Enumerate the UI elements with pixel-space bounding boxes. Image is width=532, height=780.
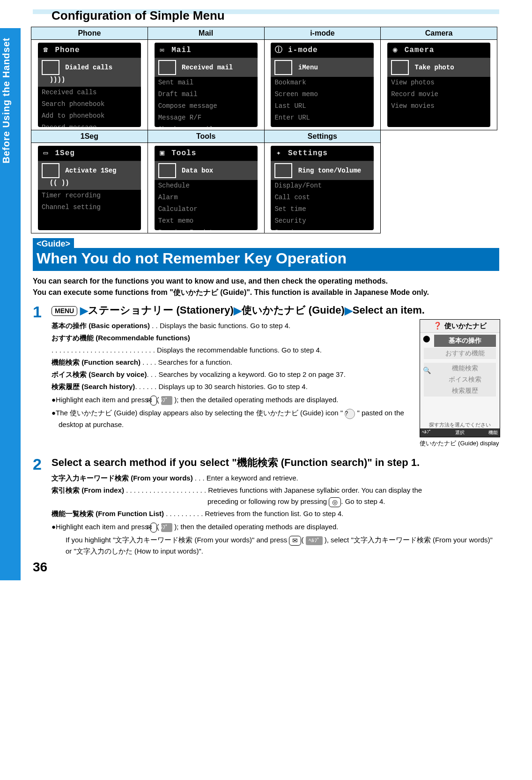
list-item: Enter URL xyxy=(271,112,374,124)
screen-1seg-highlight: Activate 1Seg xyxy=(65,167,116,174)
list-item: View movies xyxy=(387,100,490,112)
list-item: Message R/F xyxy=(155,112,258,124)
guide-desktop-icon: ? xyxy=(345,409,355,419)
hdr-mail: Mail xyxy=(148,27,264,40)
gd-soft-right: 機能 xyxy=(488,429,498,436)
side-tab-text: Before Using the Handset xyxy=(1,38,12,163)
gd-caption: 使いかたナビ (Guide) display xyxy=(420,439,499,448)
list-item: Search phonebook xyxy=(38,98,141,110)
list-item: Alarm xyxy=(155,192,258,203)
guide-tag: <Guide> xyxy=(33,238,74,250)
screen-camera-highlight: Take photo xyxy=(415,64,454,71)
gd-title: 使いかたナビ xyxy=(444,322,487,330)
list-item: Set time xyxy=(271,203,374,215)
arrow-icon: ▶ xyxy=(345,305,353,316)
list-item: View photos xyxy=(387,77,490,89)
hdr-tools: Tools xyxy=(148,130,264,143)
mail-key: ✉ xyxy=(289,536,301,546)
screen-phone: ☎ Phone Dialed calls )))) Received calls… xyxy=(38,43,141,127)
page: Before Using the Handset Configuration o… xyxy=(0,0,532,580)
mail-key: ✉ xyxy=(150,523,157,532)
arrow-icon: ▶ xyxy=(234,305,242,316)
step-2-items: 文字入力キーワード検索 (From your words) . . . Ente… xyxy=(52,472,499,519)
gd-footer: 探す方法を選んでください xyxy=(420,421,500,428)
gd-soft-left: ﾍﾙﾌﾟ xyxy=(422,429,431,436)
config-title: Configuration of Simple Menu xyxy=(52,8,499,23)
list-item: Check new mail xyxy=(155,124,258,127)
menu-key: MENU xyxy=(52,306,77,316)
mail-key: ✉ xyxy=(150,396,157,405)
cell-imode: ⓘ i-mode iMenu Bookmark Screen memo Last… xyxy=(264,40,381,130)
help-softkey: ﾍﾙﾌﾟ xyxy=(306,536,323,545)
screen-phone-highlight: Dialed calls xyxy=(65,64,112,71)
intro-line-1: You can search for the functions you wan… xyxy=(33,276,499,287)
list-item: Security xyxy=(271,215,374,227)
hdr-camera: Camera xyxy=(381,27,497,40)
hdr-settings: Settings xyxy=(264,130,381,143)
menu-grid: Phone Mail i-mode Camera ☎ Phone Dialed … xyxy=(31,27,497,233)
gd-item: 機能検索 xyxy=(424,363,496,374)
screen-settings-highlight: Ring tone/Volume xyxy=(298,167,361,174)
list-item: Last URL xyxy=(271,100,374,112)
list-item: Text memo xyxy=(155,215,258,227)
screen-mail-title: Mail xyxy=(171,46,191,54)
list-item: Timer recording xyxy=(38,190,141,202)
list-item: Channel setting xyxy=(38,202,141,213)
screen-mail: ✉ Mail Received mail Sent mail Draft mai… xyxy=(155,43,258,127)
screen-1seg-title: 1Seg xyxy=(55,149,74,158)
screen-tools-highlight: Data box xyxy=(182,167,213,174)
list-item: Call cost xyxy=(271,192,374,203)
hdr-phone: Phone xyxy=(31,27,148,40)
list-item: Service xyxy=(271,227,374,230)
cell-settings: ✦ Settings Ring tone/Volume Display/Font… xyxy=(264,143,381,233)
intro-text: You can search for the functions you wan… xyxy=(33,276,499,298)
cell-mail: ✉ Mail Received mail Sent mail Draft mai… xyxy=(148,40,264,130)
list-item: Add to phonebook xyxy=(38,110,141,122)
step-2: 2 Select a search method if you select "… xyxy=(33,456,499,559)
list-item: Received calls xyxy=(38,87,141,98)
screen-settings-title: Settings xyxy=(288,149,328,158)
step-1-number: 1 xyxy=(33,304,52,320)
cell-phone: ☎ Phone Dialed calls )))) Received calls… xyxy=(31,40,148,130)
screen-imode-highlight: iMenu xyxy=(298,64,318,71)
list-item: Draft mail xyxy=(155,89,258,100)
list-item: Record movie xyxy=(387,89,490,100)
arrow-icon: ▶ xyxy=(80,305,88,316)
gd-selected: 基本の操作 xyxy=(434,335,496,347)
list-item: Bookmark xyxy=(271,77,374,89)
cell-tools: ▣ Tools Data box Schedule Alarm Calculat… xyxy=(148,143,264,233)
step-1-heading: MENU ▶ステーショナリー (Stationery)▶使いかたナビ (Guid… xyxy=(52,304,499,317)
nav-key: ◎ xyxy=(329,497,341,507)
step-2-bullet-2: If you highlight "文字入力キーワード検索 (From your… xyxy=(52,534,499,557)
hdr-imode: i-mode xyxy=(264,27,381,40)
screen-settings: ✦ Settings Ring tone/Volume Display/Font… xyxy=(271,146,374,230)
page-number: 36 xyxy=(33,560,47,575)
side-tab: Before Using the Handset xyxy=(0,28,21,580)
list-item: Record message xyxy=(38,122,141,127)
list-item: Compose message xyxy=(155,100,258,112)
screen-camera: ◉ Camera Take photo View photos Record m… xyxy=(387,43,490,127)
cell-camera: ◉ Camera Take photo View photos Record m… xyxy=(381,40,497,130)
gd-item: おすすめ機能 xyxy=(424,348,496,359)
guide-title: When You do not Remember Key Operation xyxy=(33,248,499,271)
cell-1seg: ▭ 1Seg Activate 1Seg (( )) Timer recordi… xyxy=(31,143,148,233)
gd-item: ボイス検索 xyxy=(424,374,496,385)
gd-softkeys: ﾍﾙﾌﾟ 選択 機能 xyxy=(420,428,500,437)
list-item: Display/Font xyxy=(271,180,374,192)
step-1: 1 MENU ▶ステーショナリー (Stationery)▶使いかたナビ (Gu… xyxy=(33,304,499,450)
screen-phone-title: Phone xyxy=(55,46,80,54)
screen-imode: ⓘ i-mode iMenu Bookmark Screen memo Last… xyxy=(271,43,374,127)
help-softkey: ﾍﾙﾌﾟ xyxy=(161,396,172,405)
step-2-heading: Select a search method if you select "機能… xyxy=(52,456,499,470)
intro-line-2: You can execute some functions from "使いか… xyxy=(33,287,499,298)
screen-camera-title: Camera xyxy=(405,46,435,54)
screen-tools-title: Tools xyxy=(171,149,196,158)
list-item: Receive Ir data xyxy=(155,227,258,230)
step-2-bullet-1: ●Highlight each item and press ✉( ﾍﾙﾌﾟ )… xyxy=(52,521,499,532)
gd-soft-mid: 選択 xyxy=(455,429,465,436)
list-item: Screen memo xyxy=(271,89,374,100)
list-item: Calculator xyxy=(155,203,258,215)
list-item: Sent mail xyxy=(155,77,258,89)
guide-display: ❓ 使いかたナビ ⬤ 基本の操作 おすすめ機能 🔍 機能検索 ボイス検索 検索履… xyxy=(420,319,499,448)
gd-item: 検索履歴 xyxy=(424,385,496,397)
